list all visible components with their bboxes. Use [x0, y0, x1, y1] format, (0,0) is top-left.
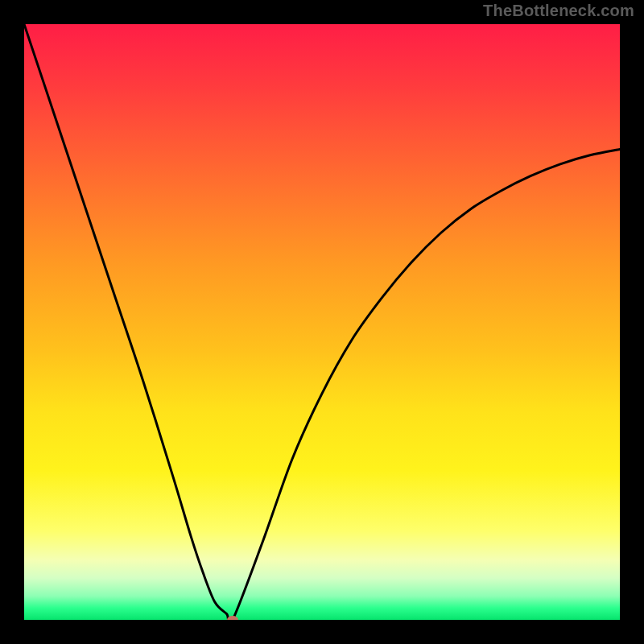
chart-frame: TheBottleneck.com [0, 0, 644, 644]
plot-area [24, 24, 620, 620]
watermark-text: TheBottleneck.com [483, 2, 634, 20]
curve-layer [24, 24, 620, 620]
bottleneck-curve [24, 24, 620, 620]
